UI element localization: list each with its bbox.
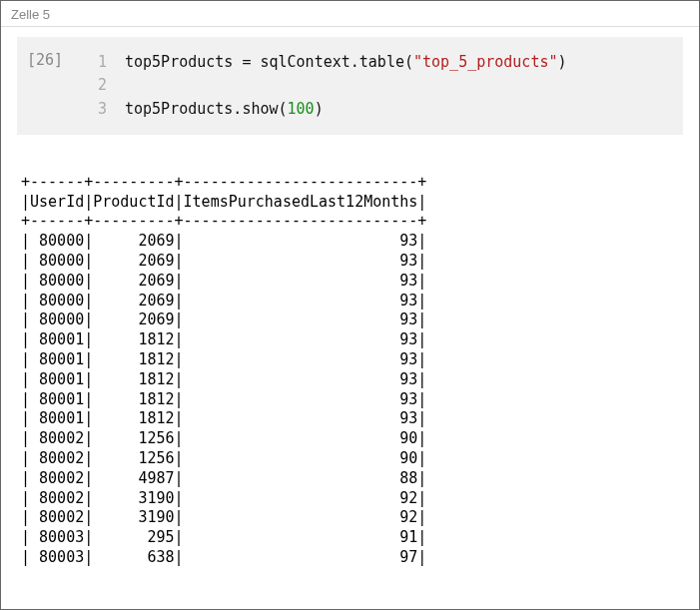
execution-count: [26]: [27, 51, 87, 69]
cell-label: Zelle 5: [1, 1, 699, 27]
cell-output: +------+---------+----------------------…: [21, 173, 699, 568]
code-editor[interactable]: top5Products = sqlContext.table("top_5_p…: [125, 51, 567, 121]
code-cell[interactable]: [26] 1 2 3 top5Products = sqlContext.tab…: [17, 37, 683, 135]
line-number-gutter: 1 2 3: [87, 51, 125, 121]
